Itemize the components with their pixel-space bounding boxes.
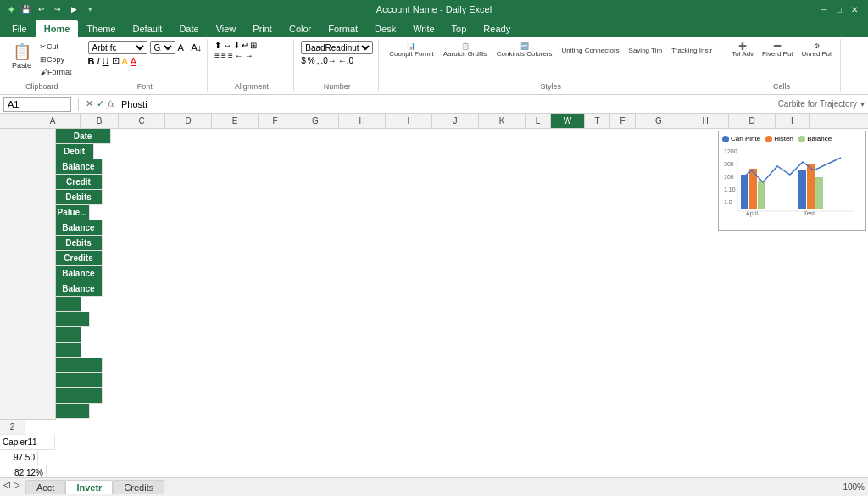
number-format-select[interactable]: BaadReadinut <box>301 41 373 54</box>
undo-quick-btn[interactable]: ↩ <box>35 3 48 16</box>
border-btn[interactable]: ⊡ <box>112 55 120 66</box>
formula-dropdown-btn[interactable]: ▾ <box>860 99 865 109</box>
ribbon-tab-view[interactable]: View <box>208 20 245 37</box>
bold-btn[interactable]: B <box>88 56 95 66</box>
cell-r2-c2[interactable]: 82.12% <box>0 465 47 478</box>
sheet-tab-prev-btn[interactable]: ◁ <box>3 480 10 494</box>
header-cell-9[interactable]: Balance <box>56 266 103 281</box>
header-cell-14[interactable] <box>56 343 81 358</box>
col-header-L11[interactable]: L <box>526 114 551 128</box>
underline-btn[interactable]: U <box>103 56 109 66</box>
tracking-btn[interactable]: Tracking Instr <box>668 45 715 56</box>
decrease-font-btn[interactable]: A↓ <box>191 42 202 53</box>
col-header-G15[interactable]: G <box>636 114 682 128</box>
indent-less-btn[interactable]: ← <box>235 51 243 60</box>
col-header-T13[interactable]: T <box>585 114 610 128</box>
close-btn[interactable]: ✕ <box>848 3 861 16</box>
align-middle-btn[interactable]: ↔ <box>223 41 231 50</box>
format-painter-btn[interactable]: 🖌Format <box>36 66 75 78</box>
sheet-tab-next-btn[interactable]: ▷ <box>14 480 20 494</box>
formula-input[interactable] <box>118 97 775 112</box>
name-box[interactable]: A1 <box>3 97 71 112</box>
insert-function-btn[interactable]: 𝑓𝑥 <box>108 98 114 109</box>
ribbon-tab-write[interactable]: Write <box>404 20 442 37</box>
header-cell-2[interactable]: Balance <box>56 159 103 175</box>
col-header-A0[interactable]: A <box>25 114 81 128</box>
wrap-text-btn[interactable]: ↵ <box>242 41 248 50</box>
format-btn[interactable]: ⚙ Unred Ful <box>798 41 835 59</box>
row-num-2[interactable]: 2 <box>0 420 25 435</box>
increase-font-btn[interactable]: A↑ <box>178 42 189 53</box>
header-cell-5[interactable]: Palue... <box>56 205 90 220</box>
sheet-tab-invetr[interactable]: Invetr <box>65 480 113 494</box>
decrease-decimal-btn[interactable]: ←.0 <box>338 56 353 65</box>
insert-btn[interactable]: ➕ Tol Adv <box>728 41 757 59</box>
header-cell-0[interactable]: Date <box>56 129 111 144</box>
font-size-select[interactable]: G2 <box>150 41 175 54</box>
header-cell-16[interactable] <box>56 373 103 388</box>
ribbon-tab-default[interactable]: Default <box>125 20 171 37</box>
cut-btn[interactable]: ✂Cut <box>36 41 75 53</box>
col-header-I18[interactable]: I <box>776 114 810 128</box>
align-bottom-btn[interactable]: ⬇ <box>233 41 240 50</box>
align-center-btn[interactable]: ≡ <box>221 51 226 60</box>
col-header-G6[interactable]: G <box>292 114 339 128</box>
uniting-btn[interactable]: Uniting Connectors <box>559 45 623 56</box>
col-header-H16[interactable]: H <box>682 114 729 128</box>
align-top-btn[interactable]: ⬆ <box>214 41 221 50</box>
minimize-btn[interactable]: ─ <box>817 3 831 16</box>
format-table-btn[interactable]: 📋 Aaruicit Grdfils <box>440 41 491 59</box>
header-cell-11[interactable] <box>56 297 81 312</box>
col-header-E4[interactable]: E <box>212 114 259 128</box>
sheet-tab-acct[interactable]: Acct <box>25 480 65 494</box>
conditional-format-btn[interactable]: 📊 Coonpit Formit <box>386 41 437 59</box>
redo-quick-btn[interactable]: ↪ <box>51 3 64 16</box>
header-cell-6[interactable]: Balance <box>56 220 103 236</box>
scroll-area[interactable]: DateDebitBalanceCreditDebitsPalue...Bala… <box>0 129 868 477</box>
fill-color-btn[interactable]: A <box>122 56 128 66</box>
comma-btn[interactable]: , <box>317 56 320 65</box>
maximize-btn[interactable]: □ <box>832 3 846 16</box>
header-cell-18[interactable] <box>56 404 90 419</box>
font-color-btn[interactable]: A <box>131 56 136 66</box>
indent-more-btn[interactable]: → <box>245 51 253 60</box>
header-cell-13[interactable] <box>56 327 81 343</box>
cell-r2-c1[interactable]: 97.50 <box>0 450 38 465</box>
header-cell-7[interactable]: Debits <box>56 236 103 251</box>
copy-btn[interactable]: ⊞Copy <box>36 53 75 65</box>
ribbon-tab-desk[interactable]: Desk <box>366 20 404 37</box>
col-header-F5[interactable]: F <box>259 114 292 128</box>
sheet-tab-credits[interactable]: Credits <box>113 480 164 494</box>
col-header-D3[interactable]: D <box>165 114 212 128</box>
cell-r2-c0[interactable]: Capier11 <box>0 435 55 450</box>
percent-btn[interactable]: % <box>308 56 315 65</box>
header-cell-10[interactable]: Balance <box>56 281 103 297</box>
currency-btn[interactable]: $ <box>301 56 306 65</box>
ribbon-tab-top[interactable]: Top <box>443 20 476 37</box>
saving-btn[interactable]: Saving Tim <box>626 45 666 56</box>
run-quick-btn[interactable]: ▶ <box>67 3 81 16</box>
ribbon-tab-color[interactable]: Color <box>281 20 320 37</box>
ribbon-tab-ready[interactable]: Ready <box>475 20 519 37</box>
ribbon-tab-theme[interactable]: Theme <box>78 20 124 37</box>
col-header-K10[interactable]: K <box>479 114 526 128</box>
header-cell-8[interactable]: Credits <box>56 251 103 266</box>
col-header-J9[interactable]: J <box>432 114 479 128</box>
increase-decimal-btn[interactable]: .0→ <box>320 56 336 65</box>
header-cell-4[interactable]: Debits <box>56 190 103 205</box>
merge-btn[interactable]: ⊞ <box>250 41 257 50</box>
align-left-btn[interactable]: ≡ <box>214 51 220 60</box>
col-header-I8[interactable]: I <box>386 114 432 128</box>
italic-btn[interactable]: I <box>97 56 99 66</box>
col-header-C2[interactable]: C <box>119 114 165 128</box>
ribbon-tab-date[interactable]: Date <box>170 20 207 37</box>
ribbon-tab-home[interactable]: Home <box>36 20 79 37</box>
header-cell-17[interactable] <box>56 388 103 404</box>
header-cell-3[interactable]: Credit <box>56 175 103 190</box>
paste-btn[interactable]: 📋 Paste <box>8 41 35 78</box>
header-cell-1[interactable]: Debit <box>56 144 94 159</box>
col-header-H7[interactable]: H <box>339 114 386 128</box>
col-header-B1[interactable]: B <box>81 114 119 128</box>
cell-styles-btn[interactable]: 🔤 Conkinds Colorers <box>493 41 556 59</box>
font-select[interactable]: Arbt fc <box>88 41 147 54</box>
